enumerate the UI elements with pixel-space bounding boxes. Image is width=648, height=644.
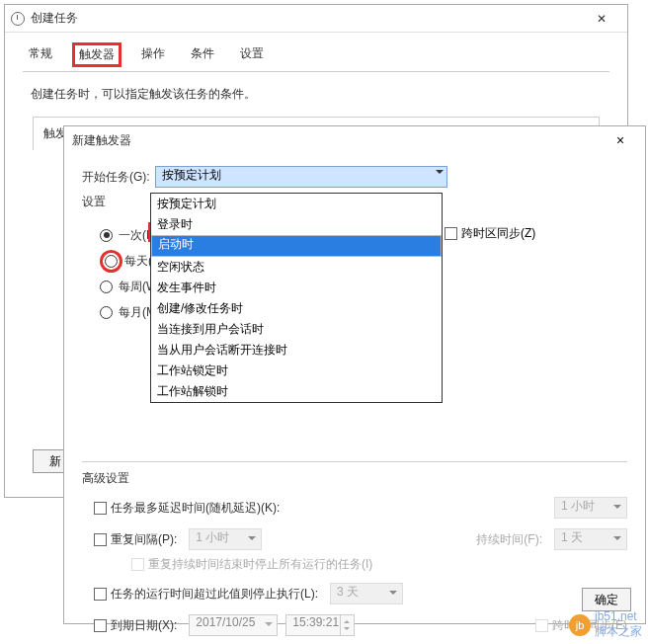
- chevron-down-icon: [389, 591, 397, 599]
- dropdown-item[interactable]: 按预定计划: [151, 194, 442, 214]
- repeat-end-checkbox: [131, 558, 144, 571]
- tab-conditions[interactable]: 条件: [185, 42, 220, 67]
- titlebar: 创建任务 ✕: [5, 5, 627, 33]
- duration-select[interactable]: 1 天: [554, 528, 627, 550]
- radio-weekly[interactable]: [100, 281, 113, 293]
- expire-checkbox[interactable]: [94, 619, 107, 632]
- repeat-end-label: 重复持续时间结束时停止所有运行的任务(I): [148, 556, 372, 573]
- chevron-down-icon: [436, 170, 444, 178]
- tab-strip: 常规 触发器 操作 条件 设置: [5, 33, 627, 67]
- stop-select[interactable]: 3 天: [330, 583, 403, 604]
- dropdown-item[interactable]: 启动时: [151, 235, 442, 257]
- sync-tz-row: 跨时区同步(Z): [445, 225, 535, 242]
- radio-daily[interactable]: [105, 255, 118, 268]
- advanced-title: 高级设置: [82, 470, 627, 487]
- delay-label: 任务最多延迟时间(随机延迟)(K):: [111, 500, 280, 517]
- repeat-checkbox[interactable]: [94, 533, 107, 546]
- settings-label: 设置: [82, 194, 155, 210]
- dropdown-item[interactable]: 工作站锁定时: [151, 361, 442, 381]
- spinner-icon[interactable]: [340, 615, 354, 635]
- clock-icon: [11, 12, 25, 26]
- watermark-icon: jb: [569, 614, 591, 636]
- dropdown-item[interactable]: 发生事件时: [151, 278, 442, 298]
- expire-time-input[interactable]: 15:39:21: [285, 614, 355, 636]
- watermark-site: jb51.net: [595, 609, 642, 623]
- watermark-name: 脚本之家: [595, 623, 642, 640]
- chevron-down-icon: [613, 536, 621, 544]
- stop-checkbox[interactable]: [94, 588, 107, 601]
- window-title: 创建任务: [31, 10, 582, 27]
- highlight-box: [100, 250, 122, 273]
- expire-label: 到期日期(X):: [111, 617, 177, 634]
- close-icon[interactable]: ×: [604, 132, 637, 148]
- sync-tz-label: 跨时区同步(Z): [461, 225, 535, 242]
- chevron-down-icon: [248, 536, 256, 544]
- separator: [82, 461, 627, 462]
- tab-triggers[interactable]: 触发器: [72, 42, 122, 67]
- dropdown-item[interactable]: 创建/修改任务时: [151, 298, 442, 319]
- chevron-down-icon: [265, 622, 273, 630]
- tab-actions[interactable]: 操作: [135, 42, 171, 67]
- start-task-combobox[interactable]: 按预定计划: [155, 166, 447, 188]
- combo-value[interactable]: 按预定计划: [155, 166, 447, 188]
- expire-sync-checkbox: [535, 619, 548, 632]
- tab-general[interactable]: 常规: [23, 42, 58, 67]
- dialog-titlebar: 新建触发器 ×: [64, 126, 645, 154]
- start-task-dropdown[interactable]: 按预定计划登录时启动时空闲状态发生事件时创建/修改任务时当连接到用户会话时当从用…: [150, 193, 443, 403]
- delay-select[interactable]: 1 小时: [554, 497, 627, 519]
- radio-once[interactable]: [100, 229, 113, 242]
- dropdown-item[interactable]: 当连接到用户会话时: [151, 319, 442, 340]
- ok-button[interactable]: 确定: [582, 588, 631, 611]
- dropdown-item[interactable]: 当从用户会话断开连接时: [151, 340, 442, 361]
- dropdown-item[interactable]: 工作站解锁时: [151, 381, 442, 402]
- dialog-buttons: 确定: [582, 588, 631, 611]
- tab-description: 创建任务时，可以指定触发该任务的条件。: [5, 72, 627, 117]
- start-task-label: 开始任务(G):: [82, 169, 155, 186]
- repeat-interval-select[interactable]: 1 小时: [189, 528, 262, 550]
- expire-date-input[interactable]: 2017/10/25: [189, 614, 278, 636]
- repeat-label: 重复间隔(P):: [111, 531, 177, 548]
- duration-label: 持续时间(F):: [476, 531, 542, 548]
- delay-checkbox[interactable]: [94, 502, 107, 515]
- close-icon[interactable]: ✕: [582, 7, 621, 31]
- dialog-title: 新建触发器: [72, 132, 604, 149]
- watermark: jb jb51.net 脚本之家: [569, 609, 642, 640]
- dropdown-item[interactable]: 空闲状态: [151, 257, 442, 278]
- dropdown-item[interactable]: 登录时: [151, 214, 442, 235]
- radio-monthly[interactable]: [100, 306, 113, 319]
- chevron-down-icon: [613, 505, 621, 513]
- sync-tz-checkbox[interactable]: [445, 227, 457, 240]
- tab-settings[interactable]: 设置: [234, 42, 270, 67]
- stop-label: 任务的运行时间超过此值则停止执行(L):: [111, 586, 318, 603]
